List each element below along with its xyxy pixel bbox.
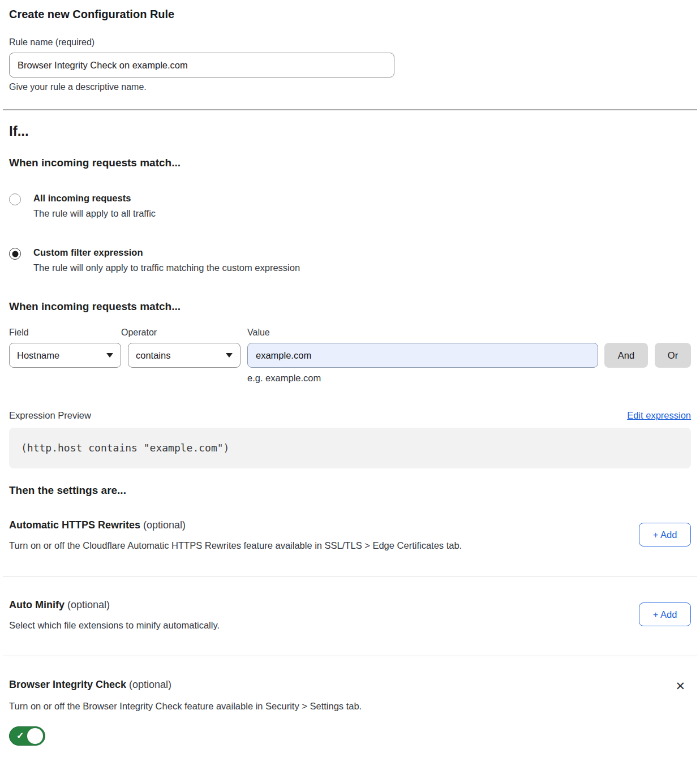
setting-optional-tag: (optional) xyxy=(129,679,171,690)
setting-optional-tag: (optional) xyxy=(143,519,186,531)
operator-select-value: contains xyxy=(136,350,170,361)
operator-select[interactable]: contains xyxy=(128,343,241,368)
setting-title: Browser Integrity Check xyxy=(9,679,126,690)
expression-preview-code: (http.host contains "example.com") xyxy=(9,428,691,468)
field-column: Field Hostname xyxy=(9,328,121,368)
value-helper: e.g. example.com xyxy=(247,373,691,384)
rule-name-label: Rule name (required) xyxy=(9,37,691,48)
expression-preview-label: Expression Preview xyxy=(9,410,91,421)
radio-option-all-requests[interactable]: All incoming requests The rule will appl… xyxy=(9,193,691,219)
setting-automatic-https-rewrites: Automatic HTTPS Rewrites(optional) Turn … xyxy=(9,519,691,551)
setting-title: Auto Minify xyxy=(9,599,65,610)
section-divider xyxy=(3,109,697,110)
or-button[interactable]: Or xyxy=(655,343,691,368)
if-heading: If... xyxy=(9,123,691,139)
setting-title-group: Automatic HTTPS Rewrites(optional) Turn … xyxy=(9,519,462,551)
radio-all-requests-description: The rule will apply to all traffic xyxy=(33,208,156,219)
add-auto-minify-button[interactable]: + Add xyxy=(639,602,691,626)
setting-description: Turn on or off the Browser Integrity Che… xyxy=(9,701,691,712)
edit-expression-link[interactable]: Edit expression xyxy=(627,410,691,421)
radio-custom-filter-label: Custom filter expression xyxy=(33,247,300,258)
then-heading: Then the settings are... xyxy=(9,484,691,497)
field-select[interactable]: Hostname xyxy=(9,343,121,368)
operator-column: Operator contains xyxy=(121,328,241,368)
setting-browser-integrity-check: Browser Integrity Check(optional) ✕ Turn… xyxy=(9,679,691,746)
chevron-down-icon xyxy=(106,353,113,358)
setting-description: Turn on or off the Cloudflare Automatic … xyxy=(9,540,462,551)
setting-auto-minify: Auto Minify(optional) Select which file … xyxy=(9,599,691,631)
check-icon: ✓ xyxy=(16,730,24,741)
setting-optional-tag: (optional) xyxy=(67,599,110,610)
match-heading: When incoming requests match... xyxy=(9,157,691,169)
radio-all-requests[interactable] xyxy=(9,193,21,205)
close-icon[interactable]: ✕ xyxy=(675,680,685,692)
setting-title-group: Browser Integrity Check(optional) xyxy=(9,679,171,691)
section-divider xyxy=(3,656,697,656)
setting-title-group: Auto Minify(optional) Select which file … xyxy=(9,599,220,631)
filter-builder-row: Field Hostname Operator contains Value A… xyxy=(9,328,691,368)
radio-option-custom-filter[interactable]: Custom filter expression The rule will o… xyxy=(9,247,691,273)
radio-custom-filter[interactable] xyxy=(9,248,21,260)
radio-all-requests-label: All incoming requests xyxy=(33,193,156,204)
page-title: Create new Configuration Rule xyxy=(9,8,691,21)
create-configuration-rule-form: Create new Configuration Rule Rule name … xyxy=(0,8,700,757)
rule-name-input[interactable] xyxy=(9,53,394,78)
setting-title: Automatic HTTPS Rewrites xyxy=(9,519,140,531)
rule-name-helper: Give your rule a descriptive name. xyxy=(9,82,691,92)
expression-preview-header: Expression Preview Edit expression xyxy=(9,410,691,421)
radio-custom-filter-description: The rule will only apply to traffic matc… xyxy=(33,262,300,273)
operator-label: Operator xyxy=(121,328,241,338)
value-column: Value xyxy=(247,328,598,368)
value-input[interactable] xyxy=(247,343,598,368)
setting-description: Select which file extensions to minify a… xyxy=(9,620,220,631)
field-label: Field xyxy=(9,328,121,338)
and-button[interactable]: And xyxy=(604,343,648,368)
filter-heading: When incoming requests match... xyxy=(9,300,691,313)
browser-integrity-check-toggle[interactable]: ✓ xyxy=(9,726,45,746)
add-automatic-https-rewrites-button[interactable]: + Add xyxy=(639,523,691,546)
value-label: Value xyxy=(247,328,598,338)
section-divider xyxy=(3,576,697,576)
toggle-knob xyxy=(27,728,43,744)
chevron-down-icon xyxy=(226,353,233,358)
field-select-value: Hostname xyxy=(17,350,59,361)
